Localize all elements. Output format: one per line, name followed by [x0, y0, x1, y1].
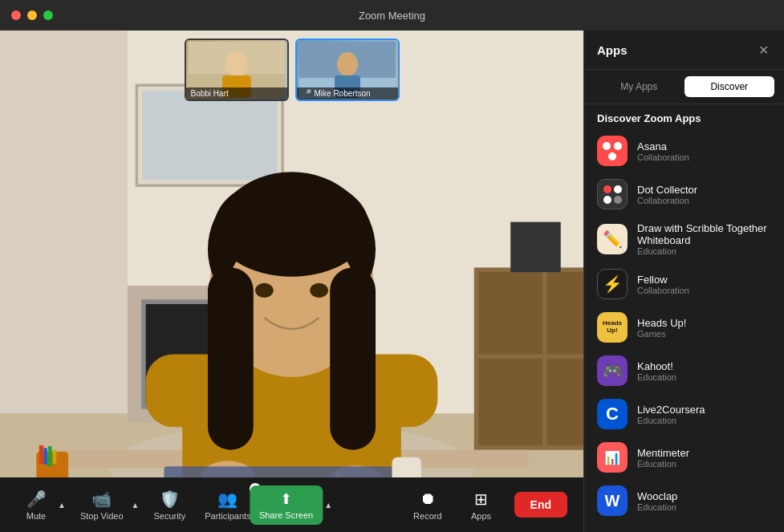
- headsup-icon: HeadsUp!: [597, 312, 628, 343]
- window-title: Zoom Meeting: [359, 10, 425, 22]
- svg-rect-15: [547, 272, 583, 354]
- app-item-dot-collector[interactable]: Dot Collector Collaboration: [584, 173, 784, 216]
- video-group: 📹 Stop Video ▲: [74, 486, 141, 524]
- headsup-info: Heads Up! Games: [637, 317, 771, 339]
- wooclap-name: Wooclap: [637, 490, 771, 502]
- close-button[interactable]: [11, 10, 21, 20]
- share-screen-group: ⬆ Share Screen ▲: [250, 485, 334, 525]
- tab-my-apps[interactable]: My Apps: [594, 76, 684, 97]
- thumbnail-name-mike: 🎤 Mike Robertson: [297, 87, 398, 99]
- asana-info: Asana Collaboration: [637, 140, 771, 162]
- mentimeter-name: Mentimeter: [637, 447, 771, 459]
- mentimeter-info: Mentimeter Education: [637, 447, 771, 469]
- live2-category: Education: [637, 416, 771, 425]
- mute-icon: 🎤: [26, 489, 47, 509]
- share-arrow[interactable]: ▲: [323, 501, 334, 510]
- headsup-category: Games: [637, 329, 771, 339]
- svg-rect-14: [478, 272, 542, 354]
- svg-point-6: [337, 52, 358, 76]
- stop-video-button[interactable]: 📹 Stop Video: [74, 486, 130, 524]
- tab-discover[interactable]: Discover: [684, 76, 775, 97]
- security-icon: 🛡️: [160, 489, 180, 509]
- participants-icon: 👥: [217, 489, 238, 509]
- svg-rect-42: [39, 445, 44, 464]
- live2-info: Live2Coursera Education: [637, 404, 771, 425]
- scribble-name: Draw with Scribble Together Whiteboard: [637, 222, 771, 246]
- app-item-mentimeter[interactable]: 📊 Mentimeter Education: [584, 436, 784, 479]
- svg-rect-31: [208, 267, 254, 449]
- app-item-kahoot[interactable]: 🎮 Kahoot! Education: [584, 349, 784, 392]
- participants-button[interactable]: 👥 Participants: [198, 486, 257, 524]
- scribble-category: Education: [637, 246, 771, 256]
- share-screen-button[interactable]: ⬆ Share Screen: [250, 485, 323, 525]
- asana-icon: [597, 136, 628, 166]
- record-icon: ⏺: [420, 489, 436, 509]
- svg-point-35: [310, 283, 328, 298]
- main-video: [0, 30, 583, 532]
- asana-name: Asana: [637, 140, 771, 152]
- mute-group: 🎤 Mute ▲: [16, 486, 67, 524]
- fellow-category: Collaboration: [637, 286, 771, 295]
- app-item-scribble[interactable]: ✏️ Draw with Scribble Together Whiteboar…: [584, 216, 784, 262]
- live2-name: Live2Coursera: [637, 404, 771, 416]
- section-label: Discover Zoom Apps: [584, 104, 784, 129]
- apps-icon: ⊞: [474, 489, 488, 509]
- mute-button[interactable]: 🎤 Mute: [16, 486, 56, 524]
- fellow-name: Fellow: [637, 274, 771, 286]
- thumbnail-mike[interactable]: 🎤 Mike Robertson: [295, 39, 400, 101]
- kahoot-info: Kahoot! Education: [637, 360, 771, 382]
- app-item-fellow[interactable]: ⚡ Fellow Collaboration: [584, 262, 784, 306]
- kahoot-category: Education: [637, 372, 771, 382]
- main-content: ✓ Bobbi Hart: [0, 30, 784, 532]
- kahoot-icon: 🎮: [597, 355, 628, 386]
- headsup-name: Heads Up!: [637, 317, 771, 329]
- wooclap-icon: W: [597, 485, 628, 516]
- end-button[interactable]: End: [514, 492, 567, 518]
- security-button[interactable]: 🛡️ Security: [147, 486, 192, 524]
- sidebar-header: Apps ✕: [584, 30, 784, 70]
- svg-rect-17: [547, 359, 583, 445]
- sidebar-close-button[interactable]: ✕: [755, 42, 771, 58]
- svg-rect-43: [43, 448, 47, 464]
- kahoot-name: Kahoot!: [637, 360, 771, 372]
- app-item-asana[interactable]: Asana Collaboration: [584, 129, 784, 173]
- mic-icon-small: 🎤: [302, 89, 311, 98]
- svg-rect-44: [48, 446, 52, 466]
- record-button[interactable]: ⏺ Record: [407, 486, 448, 524]
- dot-collector-name: Dot Collector: [637, 184, 771, 196]
- video-arrow[interactable]: ▲: [130, 501, 141, 510]
- apps-sidebar: Apps ✕ My Apps Discover Discover Zoom Ap…: [583, 30, 784, 532]
- thumbnail-bobbi[interactable]: Bobbi Hart: [185, 39, 289, 101]
- app-item-live2coursera[interactable]: C Live2Coursera Education: [584, 392, 784, 436]
- thumbnails-bar: Bobbi Hart 🎤 Mike Robertson: [185, 39, 400, 101]
- dot-collector-icon: [597, 179, 628, 209]
- mentimeter-icon: 📊: [597, 442, 628, 473]
- app-item-wooclap[interactable]: W Wooclap Education: [584, 479, 784, 522]
- title-bar: Zoom Meeting: [0, 0, 784, 30]
- maximize-button[interactable]: [43, 10, 53, 20]
- fellow-icon: ⚡: [597, 269, 628, 299]
- wooclap-info: Wooclap Education: [637, 490, 771, 512]
- wooclap-category: Education: [637, 502, 771, 512]
- apps-button[interactable]: ⊞ Apps: [461, 486, 502, 524]
- live2-icon: C: [597, 399, 628, 429]
- toolbar-right: ⏺ Record ⊞ Apps End: [407, 486, 567, 524]
- thumbnail-name-bobbi: Bobbi Hart: [186, 87, 287, 99]
- scribble-icon: ✏️: [597, 224, 628, 254]
- participants-wrapper: 👥 Participants 3: [198, 486, 257, 524]
- apps-list[interactable]: Asana Collaboration Dot Collector Coll: [584, 129, 784, 532]
- share-screen-with-arrow: ⬆ Share Screen ▲: [250, 485, 334, 525]
- traffic-lights: [11, 10, 53, 20]
- share-icon: ⬆: [280, 490, 292, 508]
- svg-rect-32: [330, 267, 376, 449]
- app-item-headsup[interactable]: HeadsUp! Heads Up! Games: [584, 306, 784, 349]
- scribble-info: Draw with Scribble Together Whiteboard E…: [637, 222, 771, 256]
- asana-category: Collaboration: [637, 152, 771, 162]
- fellow-info: Fellow Collaboration: [637, 274, 771, 295]
- mute-arrow[interactable]: ▲: [56, 501, 67, 510]
- svg-point-33: [214, 177, 369, 277]
- minimize-button[interactable]: [27, 10, 37, 20]
- svg-point-2: [225, 51, 248, 77]
- dot-collector-category: Collaboration: [637, 196, 771, 205]
- svg-rect-12: [142, 91, 277, 180]
